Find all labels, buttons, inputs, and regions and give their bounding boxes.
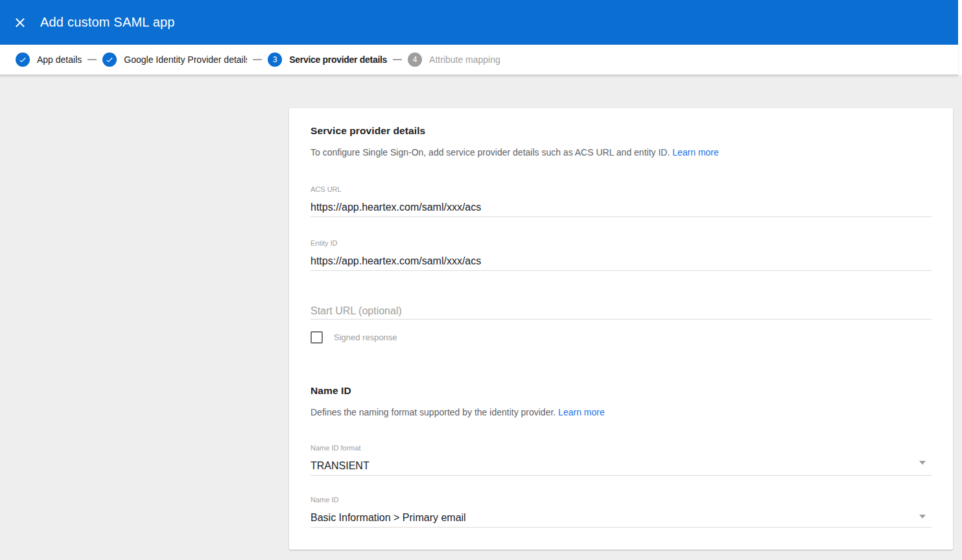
name-id-label: Name ID: [311, 496, 932, 504]
entity-id-label: Entity ID: [311, 239, 932, 248]
wizard-stepper: App details Google Identity Provider det…: [0, 45, 958, 75]
learn-more-link-2[interactable]: Learn more: [558, 407, 605, 417]
section-title-name-id: Name ID: [311, 385, 932, 397]
step-connector: [88, 59, 97, 60]
name-id-description-text: Defines the naming format supported by t…: [311, 407, 556, 417]
entity-id-field: Entity ID https://app.heartex.com/saml/x…: [311, 239, 932, 271]
step-service-provider-details[interactable]: 3 Service provider details: [268, 52, 387, 67]
check-icon: [18, 55, 27, 64]
name-id-format-field: Name ID format TRANSIENT: [311, 444, 932, 476]
name-id-description: Defines the naming format supported by t…: [311, 406, 932, 419]
start-url-input[interactable]: Start URL (optional): [311, 304, 932, 320]
content-area: Service provider details To configure Si…: [0, 75, 962, 560]
step-1-complete-circle: [16, 52, 30, 67]
dialog-header: Add custom SAML app: [0, 0, 958, 45]
check-icon: [105, 55, 114, 64]
step-connector: [393, 59, 402, 60]
learn-more-link[interactable]: Learn more: [672, 147, 719, 158]
step-app-details[interactable]: App details: [16, 52, 82, 67]
name-id-format-label: Name ID format: [311, 444, 932, 452]
entity-id-input[interactable]: https://app.heartex.com/saml/xxx/acs: [311, 254, 932, 271]
step-3-label: Service provider details: [289, 54, 387, 65]
name-id-format-value: TRANSIENT: [311, 460, 370, 471]
name-id-field: Name ID Basic Information > Primary emai…: [311, 496, 932, 528]
step-4-label: Attribute mapping: [429, 54, 500, 65]
section-title-service-provider-details: Service provider details: [311, 125, 932, 137]
scrollbar-track[interactable]: [958, 0, 962, 75]
name-id-select[interactable]: Basic Information > Primary email: [311, 511, 932, 528]
step-1-label: App details: [37, 54, 82, 65]
section-description: To configure Single Sign-On, add service…: [311, 146, 932, 159]
acs-url-label: ACS URL: [311, 185, 932, 194]
close-icon: [15, 18, 25, 28]
section-description-text: To configure Single Sign-On, add service…: [311, 147, 670, 158]
service-provider-card: Service provider details To configure Si…: [289, 108, 953, 550]
step-google-idp-details[interactable]: Google Identity Provider details: [102, 52, 247, 67]
step-2-complete-circle: [102, 52, 117, 67]
acs-url-field: ACS URL https://app.heartex.com/saml/xxx…: [311, 185, 932, 217]
step-attribute-mapping[interactable]: 4 Attribute mapping: [408, 52, 500, 67]
close-button[interactable]: [8, 11, 32, 34]
start-url-field: Start URL (optional): [311, 304, 932, 320]
signed-response-row: Signed response: [311, 331, 932, 344]
name-id-value: Basic Information > Primary email: [311, 512, 466, 523]
step-4-number-circle: 4: [408, 52, 422, 67]
signed-response-label: Signed response: [334, 332, 397, 342]
dropdown-arrow-icon: [919, 515, 926, 519]
dropdown-arrow-icon: [919, 461, 926, 465]
acs-url-input[interactable]: https://app.heartex.com/saml/xxx/acs: [311, 200, 932, 217]
step-2-label: Google Identity Provider details: [124, 54, 247, 65]
step-3-number-circle: 3: [268, 52, 282, 67]
dialog-title: Add custom SAML app: [40, 15, 175, 30]
name-id-format-select[interactable]: TRANSIENT: [311, 459, 932, 476]
signed-response-checkbox[interactable]: [311, 331, 323, 344]
step-connector: [253, 59, 262, 60]
